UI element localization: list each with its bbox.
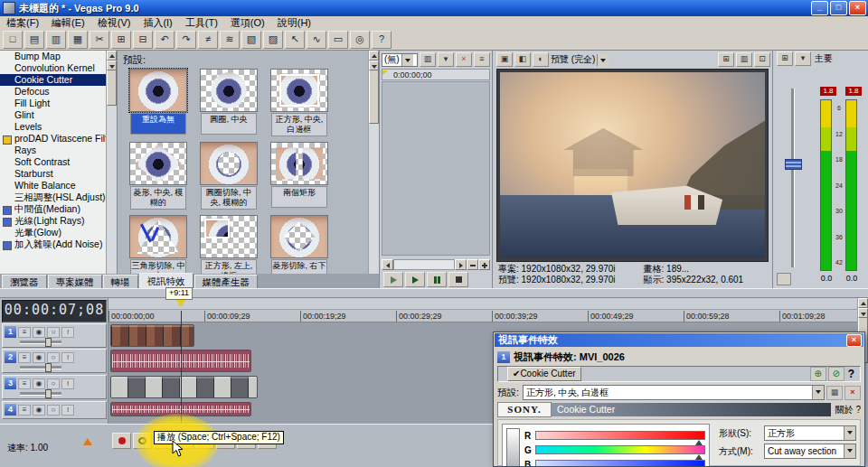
record-button[interactable] (112, 433, 131, 449)
dock-tab[interactable]: 媒體產生器 (194, 275, 259, 288)
dialog-title-bar[interactable]: 視訊事件特效 × (495, 333, 863, 347)
remove-plugin-icon[interactable]: ⊘ (828, 367, 844, 381)
scroll-up-icon[interactable] (107, 51, 117, 61)
track-header-2[interactable]: 2 ≡ ◉ ○ ! (2, 349, 107, 373)
preset-item[interactable]: 菱形, 中央, 模糊的 (127, 142, 190, 210)
menu-item[interactable]: 工具(T) (179, 16, 224, 30)
lock-envelopes-icon[interactable]: ▧ (241, 31, 261, 49)
track-volume-slider[interactable] (20, 392, 61, 396)
scroll-up-icon[interactable] (858, 298, 868, 308)
track-header-3[interactable]: 3 ≡ ◉ ○ ! (2, 375, 107, 399)
track-fx-icon[interactable]: ◉ (33, 378, 45, 389)
zoom-out-icon[interactable] (467, 259, 478, 270)
speaker-icon[interactable] (777, 273, 791, 285)
trimmer-save-icon[interactable]: ▥ (420, 52, 436, 67)
green-slider[interactable] (535, 445, 705, 454)
whats-this-help-icon[interactable]: ? (372, 31, 392, 49)
method-dropdown[interactable]: Cut away section (764, 444, 856, 459)
effect-item[interactable]: 三相調整(HSL Adjust) (0, 191, 117, 203)
preset-item[interactable]: 圓圈切除, 中央, 模糊的 (197, 142, 260, 210)
menu-item[interactable]: 檢視(V) (91, 16, 137, 30)
redo-icon[interactable]: ↷ (176, 31, 196, 49)
video-event-track3[interactable] (110, 376, 258, 398)
dock-tab[interactable]: 轉場 (103, 275, 138, 288)
trimmer-list-icon[interactable]: ≡ (474, 52, 490, 67)
normal-edit-tool-icon[interactable]: ↖ (285, 31, 305, 49)
track-warning-icon[interactable]: ! (61, 378, 74, 389)
trimmer-play-button[interactable] (405, 272, 425, 287)
preview-quality-dropdown[interactable]: 預覽 (完全) (551, 53, 595, 66)
effect-item[interactable]: proDAD Vitascene Filter (0, 133, 117, 145)
effect-item[interactable]: Convolution Kernel (0, 62, 117, 74)
undo-icon[interactable]: ↶ (155, 31, 175, 49)
selection-edit-tool-icon[interactable]: ▭ (328, 31, 348, 49)
clip-indicator-left[interactable]: 1.8 (820, 87, 836, 96)
track-header-4[interactable]: 4 ≡ ◉ ○ ! (2, 401, 107, 419)
marker-bar[interactable] (108, 298, 857, 310)
zoom-in-icon[interactable] (478, 259, 490, 270)
play-from-start-button[interactable] (383, 272, 403, 287)
track-warning-icon[interactable]: ! (61, 352, 74, 363)
menu-item[interactable]: 說明(H) (271, 16, 317, 30)
scroll-down-icon[interactable] (858, 308, 868, 318)
effect-item[interactable]: Bump Map (0, 51, 117, 62)
effect-item[interactable]: 加入雜噪(Add Noise) (0, 238, 117, 250)
track-volume-slider[interactable] (20, 366, 61, 369)
delete-preset-icon[interactable]: × (844, 386, 861, 400)
track-warning-icon[interactable]: ! (61, 405, 74, 416)
scroll-up-icon[interactable] (369, 51, 379, 61)
trimmer-close-icon[interactable]: × (456, 52, 472, 67)
clip-indicator-right[interactable]: 1.8 (845, 87, 862, 96)
trimmer-media-dropdown[interactable]: (無) (382, 53, 418, 67)
rate-slider-handle[interactable] (83, 438, 92, 445)
open-icon[interactable]: ▤ (24, 31, 44, 49)
trimmer-h-scrollbar[interactable] (382, 259, 490, 270)
shape-dropdown[interactable]: 正方形 (764, 425, 856, 441)
track-header-1[interactable]: 1 ≡ ◉ ○ ! (2, 323, 107, 348)
current-time-display[interactable]: 00:00:07;08 (2, 300, 107, 322)
downscale-icon[interactable]: ▾ (795, 51, 811, 66)
track-level-icon[interactable]: ≡ (18, 405, 31, 416)
enable-snapping-icon[interactable]: ≠ (198, 31, 218, 49)
presets-scrollbar[interactable] (368, 51, 379, 274)
save-snapshot-icon[interactable]: ▥ (736, 52, 752, 67)
track-fx-icon[interactable]: ◉ (33, 405, 45, 416)
trimmer-pause-button[interactable] (427, 272, 447, 287)
minimize-button[interactable]: _ (811, 1, 828, 15)
scroll-right-icon[interactable] (455, 259, 467, 270)
menu-item[interactable]: 檔案(F) (0, 16, 45, 30)
menu-item[interactable]: 插入(I) (137, 16, 178, 30)
split-screen-view-icon[interactable]: ◧ (514, 52, 531, 67)
preset-item[interactable]: 圓圈, 中央 (197, 69, 260, 136)
external-monitor-icon[interactable]: ▣ (496, 52, 513, 67)
horizontal-splitter[interactable] (0, 288, 868, 298)
effect-item[interactable]: Cookie Cutter (0, 74, 117, 86)
effect-item[interactable]: Rays (0, 145, 117, 156)
trimmer-settings-icon[interactable]: ▾ (438, 52, 454, 67)
scroll-left-icon[interactable] (382, 259, 393, 270)
effects-scrollbar[interactable] (106, 51, 117, 274)
preset-item[interactable]: 重設為無 (127, 69, 190, 136)
track-mute-icon[interactable]: ○ (47, 327, 60, 338)
overlay-grid-icon[interactable]: ⊞ (718, 52, 734, 67)
cut-icon[interactable]: ✂ (90, 31, 109, 49)
auto-ripple-icon[interactable]: ≋ (220, 31, 240, 49)
save-icon[interactable]: ▥ (46, 31, 66, 49)
dock-tab[interactable]: 瀏覽器 (2, 275, 47, 288)
close-button[interactable]: × (849, 1, 866, 15)
preset-item[interactable]: 三角形切除, 中央 (127, 215, 190, 274)
timeline-ruler[interactable]: 00:00:00;0000:00:09;2900:00:19;2900:00:2… (108, 310, 857, 322)
master-fader-handle[interactable] (785, 159, 802, 170)
menu-item[interactable]: 選項(O) (224, 16, 271, 30)
cookie-cutter-plugin-chip[interactable]: ✔Cookie Cutter (507, 367, 581, 381)
blue-slider[interactable] (535, 460, 705, 467)
track-fx-icon[interactable]: ◉ (33, 352, 45, 363)
playhead-marker[interactable] (176, 300, 185, 307)
effect-item[interactable]: 中間值(Median) (0, 203, 117, 215)
track-volume-slider[interactable] (20, 341, 61, 344)
paste-icon[interactable]: ⊟ (133, 31, 153, 49)
scrollbar-track[interactable] (393, 259, 455, 270)
chevron-down-icon[interactable] (597, 54, 609, 66)
new-project-icon[interactable]: □ (3, 31, 23, 49)
track-mute-icon[interactable]: ○ (47, 378, 60, 389)
